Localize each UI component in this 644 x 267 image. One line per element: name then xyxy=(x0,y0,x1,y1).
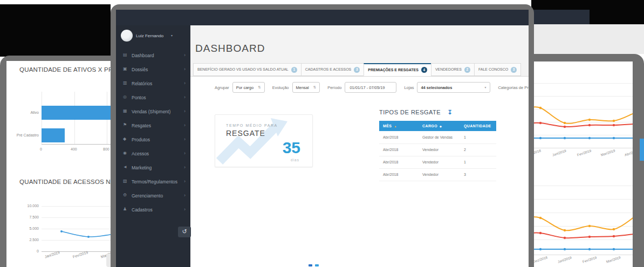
sidebar-item-relatorios[interactable]: ▥ Relatórios › xyxy=(116,77,190,91)
sidebar-item-label: Cadastros xyxy=(132,207,153,213)
user-name: Luiz Fernando xyxy=(136,33,163,38)
periodo-input[interactable] xyxy=(345,82,396,93)
categorias-label: Categorias de Produto xyxy=(498,85,529,90)
kpi-title: RESGATE xyxy=(226,129,265,138)
app-topbar xyxy=(116,10,529,25)
tabbar: BENEFÍCIO GERADO VS USADO VS SALDO ATUAL… xyxy=(193,63,520,76)
agrupar-select[interactable]: Por cargo ⇅ xyxy=(232,82,265,93)
chevron-right-icon: › xyxy=(184,150,186,156)
sidebar-item-dashboard[interactable]: ▤ Dashboard › xyxy=(116,49,190,63)
left-window-content: QUANTIDADE DE ATIVOS X PRÉ-CADASTRA Ativ… xyxy=(6,61,120,267)
dossiers-icon: ▣ xyxy=(123,66,129,71)
column-header-mes[interactable]: MÊS ▲ xyxy=(379,124,422,128)
right-window-topbar-dark xyxy=(590,0,644,24)
access-icon: ◉ xyxy=(123,150,129,155)
tab-vendedores[interactable]: VENDEDORES 2 xyxy=(431,63,475,76)
tab-cadastros-e-acessos[interactable]: CADASTROS E ACESSOS 3 xyxy=(301,63,365,76)
select-arrows-icon: ⇅ xyxy=(258,85,261,90)
chevron-right-icon: › xyxy=(184,122,186,128)
legend-peek xyxy=(309,264,312,266)
filter-bar: Agrupar Por cargo ⇅ Evolução Mensal ⇅ Pe… xyxy=(215,81,529,94)
avatar xyxy=(121,30,133,42)
tab-label: CADASTROS E ACESSOS xyxy=(305,64,352,76)
collapse-icon: ↺ xyxy=(182,228,187,235)
tab-premiacoes-e-resgates[interactable]: PREMIAÇÕES E RESGATES 4 xyxy=(364,63,431,76)
sidebar-item-label: Resgates xyxy=(132,123,151,128)
chevron-right-icon: › xyxy=(184,80,186,86)
sort-asc-icon: ▲ xyxy=(394,125,396,128)
sidebar-item-produtos[interactable]: ◆ Produtos › xyxy=(116,133,190,147)
sidebar-item-label: Relatórios xyxy=(132,81,152,86)
sidebar-item-marketing[interactable]: ◄ Marketing › xyxy=(116,161,190,175)
column-header-cargo[interactable]: CARGO ◆ xyxy=(422,124,464,128)
sidebar-item-gerenciamento[interactable]: ⚙ Gerenciamento › xyxy=(116,189,190,203)
sidebar-collapse-button[interactable]: ↺ xyxy=(178,227,191,237)
sidebar-item-label: Produtos xyxy=(132,137,150,142)
chevron-right-icon: › xyxy=(184,207,186,212)
select-arrows-icon: ⇅ xyxy=(313,85,316,90)
sidebar-item-vendas-shipment[interactable]: ▦ Vendas (Shipment) › xyxy=(116,105,190,119)
kpi-unit: dias xyxy=(291,158,299,162)
right-bottom-line-chart xyxy=(531,61,633,267)
registrations-icon: ♟ xyxy=(123,207,129,211)
download-icon[interactable]: ↧ xyxy=(448,109,453,115)
tab-label: BENEFÍCIO GERADO VS USADO VS SALDO ATUAL xyxy=(197,64,289,76)
agrupar-label: Agrupar xyxy=(215,85,229,90)
sidebar-item-pontos[interactable]: ◎ Pontos › xyxy=(116,91,190,105)
chevron-right-icon: › xyxy=(184,179,186,184)
chevron-right-icon: › xyxy=(184,94,186,100)
chevron-right-icon: › xyxy=(184,108,186,114)
table-row: Abr/2018 Vendedor 2 xyxy=(379,143,496,156)
sidebar-item-label: Termos/Regulamentos xyxy=(132,179,177,184)
column-header-quantidade[interactable]: QUANTIDADE xyxy=(464,124,496,128)
left-window: QUANTIDADE DE ATIVOS X PRÉ-CADASTRA Ativ… xyxy=(0,56,120,267)
sidebar-item-cadastros[interactable]: ♟ Cadastros › xyxy=(116,203,190,217)
sidebar-item-label: Acessos xyxy=(132,151,149,156)
products-icon: ◆ xyxy=(123,136,129,141)
sidebar-item-label: Pontos xyxy=(132,95,146,100)
lojas-select[interactable]: 44 selecionados ▼ xyxy=(417,82,490,93)
page-title: DASHBOARD xyxy=(195,43,265,54)
kpi-subtitle: TEMPO MÉDIO PARA xyxy=(226,124,278,127)
evolucao-select[interactable]: Mensal ⇅ xyxy=(292,82,320,93)
reports-icon: ▥ xyxy=(123,80,129,85)
sidebar-item-resgates[interactable]: ⚑ Resgates › xyxy=(116,119,190,133)
right-window-navbar xyxy=(531,10,591,24)
sidebar-item-label: Dossiês xyxy=(132,67,148,72)
kpi-card-tempo-medio: TEMPO MÉDIO PARA RESGATE 35 dias xyxy=(215,114,313,167)
sidebar-item-acessos[interactable]: ◉ Acessos › xyxy=(116,147,190,161)
sidebar-item-label: Vendas (Shipment) xyxy=(132,109,170,114)
sidebar-item-dossies[interactable]: ▣ Dossiês › xyxy=(116,63,190,77)
lojas-label: Lojas xyxy=(404,85,414,90)
tab-badge: 1 xyxy=(291,67,297,73)
tab-badge: 3 xyxy=(511,67,517,73)
legend-peek xyxy=(315,264,319,266)
peek-bar-blue xyxy=(640,139,644,161)
sidebar-item-label: Marketing xyxy=(132,165,152,170)
table-header: MÊS ▲ CARGO ◆ QUANTIDADE xyxy=(379,121,496,131)
evolucao-label: Evolução xyxy=(272,85,289,90)
chevron-right-icon: › xyxy=(184,136,186,142)
points-icon: ◎ xyxy=(123,94,129,99)
sidebar-item-label: Gerenciamento xyxy=(132,193,163,198)
tab-label: PREMIAÇÕES E RESGATES xyxy=(368,64,419,76)
left-window-topbar xyxy=(0,4,111,57)
chevron-right-icon: › xyxy=(184,66,186,72)
user-menu[interactable]: Luiz Fernando ▾ xyxy=(116,30,190,46)
tab-badge: 4 xyxy=(421,67,427,73)
tab-fale-conosco[interactable]: FALE CONOSCO 3 xyxy=(474,63,521,76)
sidebar-item-termos-regulamentos[interactable]: ▧ Termos/Regulamentos › xyxy=(116,175,190,189)
table-row: Abr/2018 Vendedor 1 xyxy=(379,156,496,169)
table-title: TIPOS DE RESGATE xyxy=(379,109,441,115)
right-window-content: Dez/2018 Jan/2019 Fev/2019 Mar/2019 Abr/… xyxy=(531,61,633,267)
redemptions-icon: ⚑ xyxy=(123,122,129,127)
sales-icon: ▦ xyxy=(123,108,129,113)
sort-icon: ◆ xyxy=(440,125,442,128)
terms-icon: ▧ xyxy=(123,179,129,183)
tab-beneficio[interactable]: BENEFÍCIO GERADO VS USADO VS SALDO ATUAL… xyxy=(193,63,302,76)
tab-label: VENDEDORES xyxy=(435,64,462,76)
chevron-right-icon: › xyxy=(184,193,186,198)
dashboard-icon: ▤ xyxy=(123,52,129,57)
table-row: Abr/2018 Gestor de Vendas 1 xyxy=(379,131,496,144)
screenshot-stage: QUANTIDADE DE ATIVOS X PRÉ-CADASTRA Ativ… xyxy=(0,0,644,267)
